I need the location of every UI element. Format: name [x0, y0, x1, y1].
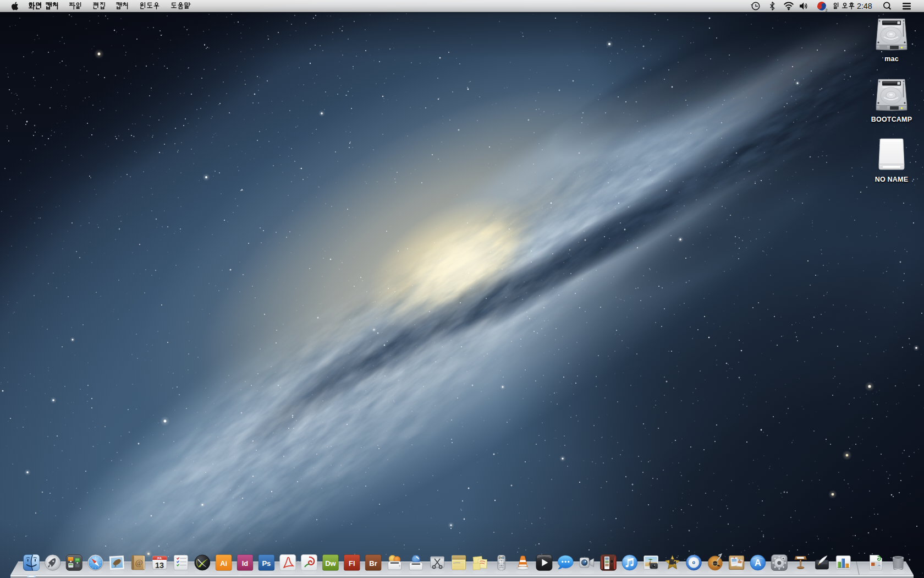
svg-text:A: A [755, 558, 761, 568]
svg-text:2: 2 [826, 8, 828, 12]
svg-text:13: 13 [155, 561, 164, 570]
svg-text:Br: Br [369, 559, 377, 568]
svg-text:Id: Id [242, 559, 249, 568]
svg-text:DVD: DVD [499, 557, 504, 559]
svg-text:JUL: JUL [157, 557, 162, 560]
svg-text:Ai: Ai [220, 559, 227, 568]
svg-text:Fl: Fl [349, 559, 355, 568]
svg-text:@: @ [135, 558, 143, 567]
svg-text:Ps: Ps [262, 559, 271, 568]
svg-text:Dw: Dw [325, 559, 336, 568]
svg-text:2:48: 2:48 [857, 2, 872, 10]
